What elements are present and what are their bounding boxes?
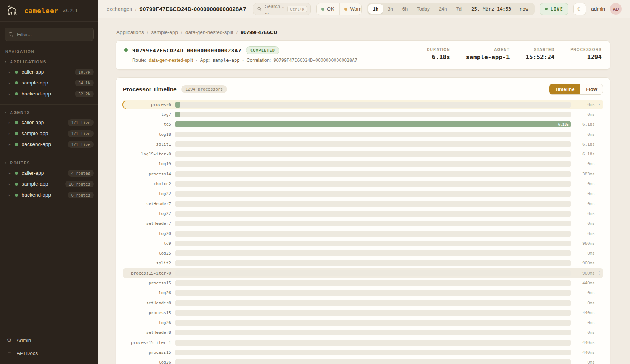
sidebar-group-header[interactable]: ▾ AGENTS xyxy=(0,108,98,117)
live-badge[interactable]: LIVE xyxy=(540,3,569,15)
breadcrumb: Applications/sample-app/data-gen-nested-… xyxy=(116,29,610,35)
timeline-track xyxy=(175,270,571,276)
breadcrumb-link[interactable]: Applications xyxy=(116,29,144,35)
app-logo[interactable]: cameleer v3.2.1 xyxy=(0,0,98,22)
stat-processors: PROCESSORS 1294 xyxy=(570,48,602,61)
sidebar-item-caller-app[interactable]: ▸ caller-app 1/1 live xyxy=(0,117,98,128)
time-range-1h[interactable]: 1h xyxy=(368,4,383,14)
processor-name: log19 xyxy=(125,161,175,166)
sidebar-item-label: caller-app xyxy=(22,69,44,75)
sidebar-group-header[interactable]: ▾ ROUTES xyxy=(0,158,98,167)
timeline-track xyxy=(175,359,571,364)
status-dot xyxy=(15,92,18,95)
timeline-row[interactable]: log19 0ms ⋮ xyxy=(123,159,603,169)
time-range-today[interactable]: Today xyxy=(412,4,434,14)
stat-duration: DURATION 6.18s xyxy=(427,48,450,61)
processor-name: setHeader8 xyxy=(125,301,175,306)
timeline-row[interactable]: log20 0ms ⋮ xyxy=(123,229,603,238)
processor-name: log22 xyxy=(125,211,175,216)
timeline-row[interactable]: log22 0ms ⋮ xyxy=(123,189,603,199)
sidebar-item-sample-app[interactable]: ▸ sample-app 1/1 live xyxy=(0,128,98,139)
timeline-row[interactable]: log25 0ms ⋮ xyxy=(123,248,603,258)
sidebar-item-sample-app[interactable]: ▸ sample-app 16 routes xyxy=(0,178,98,189)
timeline-row[interactable]: log19-iter-0 6.18s ⋮ xyxy=(123,149,603,159)
time-range-3h[interactable]: 3h xyxy=(383,4,397,14)
timeline-row[interactable]: choice2 0ms ⋮ xyxy=(123,179,603,189)
avatar[interactable]: AD xyxy=(610,3,622,15)
footer-item-label: API Docs xyxy=(17,350,38,356)
view-flow-button[interactable]: Flow xyxy=(580,84,603,94)
group-label: ROUTES xyxy=(10,161,30,165)
sidebar-item-backend-app[interactable]: ▸ backend-app 6 routes xyxy=(0,189,98,200)
sidebar-item-admin[interactable]: ⚙ Admin xyxy=(6,335,92,346)
view-timeline-button[interactable]: Timeline xyxy=(549,84,581,94)
processor-name: log22 xyxy=(125,191,175,196)
status-dot xyxy=(15,132,18,135)
duration-value: 960ms xyxy=(571,261,595,266)
timeline-row[interactable]: log18 0ms ⋮ xyxy=(123,129,603,139)
sidebar-item-api-docs[interactable]: ≡ API Docs xyxy=(6,347,92,359)
duration-value: 0ms xyxy=(571,251,595,256)
status-filter-warn[interactable]: Warn xyxy=(339,3,362,15)
time-range-6h[interactable]: 6h xyxy=(398,4,412,14)
time-range-24h[interactable]: 24h xyxy=(434,4,452,14)
processor-name: choice2 xyxy=(125,181,175,186)
processor-name: process14 xyxy=(125,172,175,177)
timeline-row[interactable]: log22 0ms ⋮ xyxy=(123,209,603,218)
timeline-row[interactable]: setHeader7 0ms ⋮ xyxy=(123,219,603,229)
correlation-label: Correlation: xyxy=(247,58,271,63)
sidebar-item-caller-app[interactable]: ▸ caller-app 4 routes xyxy=(0,167,98,178)
timeline-row[interactable]: to9 960ms ⋮ xyxy=(123,238,603,248)
timeline-row[interactable]: process15 440ms ⋮ xyxy=(123,308,603,318)
chevron-right-icon: ▸ xyxy=(9,70,12,74)
timeline-row[interactable]: setHeader8 0ms ⋮ xyxy=(123,328,603,338)
sidebar-item-backend-app[interactable]: ▸ backend-app 1/1 live xyxy=(0,139,98,150)
status-filter-ok[interactable]: OK xyxy=(317,3,339,15)
timeline-row[interactable]: setHeader8 0ms ⋮ xyxy=(123,298,603,308)
time-range-7d[interactable]: 7d xyxy=(452,4,466,14)
search-placeholder: Search... ... xyxy=(265,3,284,15)
breadcrumb-exchanges-link[interactable]: exchanges xyxy=(107,6,132,12)
processor-name: process15-iter-0 xyxy=(125,271,175,276)
duration-value: 0ms xyxy=(571,221,595,226)
kebab-menu-icon[interactable]: ⋮ xyxy=(595,102,602,107)
timeline-row[interactable]: to5 6.18s 6.18s ⋮ xyxy=(123,120,603,129)
timeline-track xyxy=(175,290,571,296)
status-dot xyxy=(15,81,18,84)
sidebar-item-backend-app[interactable]: ▸ backend-app 32.2k xyxy=(0,88,98,99)
sidebar-group-header[interactable]: ▾ APPLICATIONS xyxy=(0,57,98,66)
date-range[interactable]: 25. März 14:53 — now xyxy=(466,6,534,12)
timeline-row[interactable]: log7 0ms ⋮ xyxy=(123,109,603,119)
sidebar-item-badge: 6 routes xyxy=(68,192,94,198)
timeline-row[interactable]: split2 960ms ⋮ xyxy=(123,258,603,268)
timeline-row[interactable]: log26 0ms ⋮ xyxy=(123,358,603,364)
timeline-row[interactable]: log26 0ms ⋮ xyxy=(123,288,603,298)
stat-label: DURATION xyxy=(427,48,450,52)
timeline-row[interactable]: process6 0ms ⋮ xyxy=(123,100,603,109)
timeline-row[interactable]: process14 383ms ⋮ xyxy=(123,169,603,179)
filter-input[interactable] xyxy=(5,28,94,41)
processor-name: log26 xyxy=(125,320,175,325)
route-link[interactable]: data-gen-nested-split xyxy=(149,58,193,63)
sidebar-item-sample-app[interactable]: ▸ sample-app 84.1k xyxy=(0,77,98,88)
chevron-right-icon: ▸ xyxy=(9,143,12,146)
timeline-row[interactable]: process15 440ms ⋮ xyxy=(123,278,603,288)
timeline-row[interactable]: setHeader7 0ms ⋮ xyxy=(123,199,603,209)
sidebar-item-label: sample-app xyxy=(22,80,48,86)
timeline-row[interactable]: process15 440ms ⋮ xyxy=(123,347,603,357)
footer-item-label: Admin xyxy=(17,338,31,343)
timeline-row[interactable]: split1 6.18s ⋮ xyxy=(123,139,603,149)
breadcrumb-separator: / xyxy=(236,29,238,35)
duration-value: 6.18s xyxy=(571,152,595,157)
search-button[interactable]: Search... ... Ctrl+K xyxy=(253,3,311,15)
breadcrumb-link[interactable]: data-gen-nested-split xyxy=(185,29,233,35)
timeline-row[interactable]: process15-iter-1 440ms ⋮ xyxy=(123,338,603,347)
breadcrumb-link[interactable]: sample-app xyxy=(151,29,178,35)
gear-icon: ⚙ xyxy=(6,337,12,343)
timeline-row[interactable]: process15-iter-0 960ms ⋮ xyxy=(123,268,603,278)
dark-mode-toggle[interactable]: ☾ xyxy=(573,3,586,15)
timeline-track xyxy=(175,161,571,167)
sidebar-item-caller-app[interactable]: ▸ caller-app 10.7k xyxy=(0,66,98,77)
kebab-menu-icon[interactable]: ⋮ xyxy=(595,270,602,276)
timeline-row[interactable]: log26 0ms ⋮ xyxy=(123,318,603,328)
